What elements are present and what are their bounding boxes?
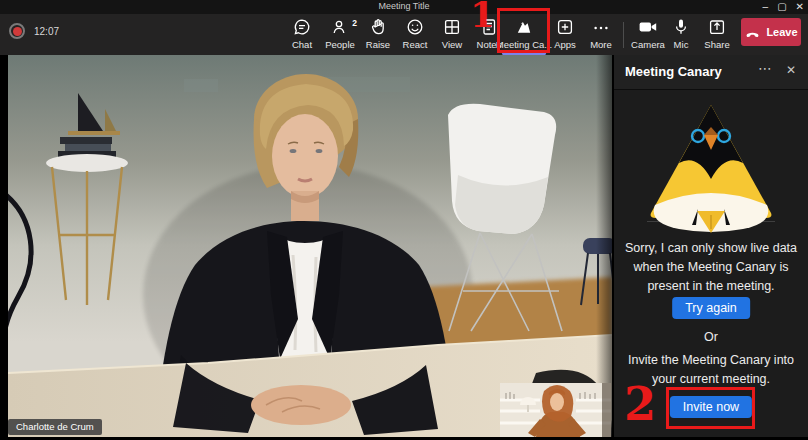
window-titlebar: Meeting Title – ▢ ✕ xyxy=(0,0,808,14)
minimize-icon[interactable]: – xyxy=(763,0,769,14)
smiley-icon xyxy=(405,16,425,37)
or-label: Or xyxy=(614,330,808,344)
raised-hand-icon xyxy=(368,16,388,37)
phone-hangup-icon xyxy=(744,24,761,41)
participant-name-badge: Charlotte de Crum xyxy=(8,419,102,435)
toolbar-button-share[interactable]: Share xyxy=(689,16,745,54)
meeting-toolbar: 12:07 Chat 2 People xyxy=(0,14,808,55)
invite-now-button[interactable]: Invite now xyxy=(670,396,752,418)
ellipsis-icon xyxy=(591,16,611,37)
microphone-icon xyxy=(671,16,691,37)
window-title: Meeting Title xyxy=(0,1,808,11)
video-scene xyxy=(8,55,612,437)
meeting-canary-panel: Meeting Canary ⋯ ✕ Sorry, I can only sho… xyxy=(614,55,808,440)
panel-title: Meeting Canary xyxy=(625,64,722,79)
grid-view-icon xyxy=(442,16,462,37)
self-view-scene xyxy=(500,383,611,437)
chat-bubble-icon xyxy=(292,16,312,37)
invite-message: Invite the Meeting Canary into your curr… xyxy=(621,351,801,389)
meeting-timer: 12:07 xyxy=(34,26,59,37)
panel-message: Sorry, I can only show live data when th… xyxy=(621,239,801,296)
maximize-icon[interactable]: ▢ xyxy=(777,0,786,14)
panel-header: Meeting Canary ⋯ ✕ xyxy=(614,55,808,90)
leave-button[interactable]: Leave xyxy=(741,18,801,46)
people-icon: 2 xyxy=(330,16,350,37)
teams-meeting-window: Meeting Title – ▢ ✕ 12:07 Chat xyxy=(0,0,808,440)
canary-icon xyxy=(514,16,534,37)
panel-close-icon[interactable]: ✕ xyxy=(786,63,796,77)
self-view-video[interactable] xyxy=(500,383,611,437)
recording-indicator-icon xyxy=(9,23,25,39)
participant-video: Charlotte de Crum xyxy=(8,55,612,437)
panel-more-icon[interactable]: ⋯ xyxy=(758,60,772,76)
canary-illustration xyxy=(641,93,781,238)
close-icon[interactable]: ✕ xyxy=(796,0,804,14)
share-screen-icon xyxy=(707,16,727,37)
apps-plus-icon xyxy=(555,16,575,37)
try-again-button[interactable]: Try again xyxy=(672,297,750,319)
